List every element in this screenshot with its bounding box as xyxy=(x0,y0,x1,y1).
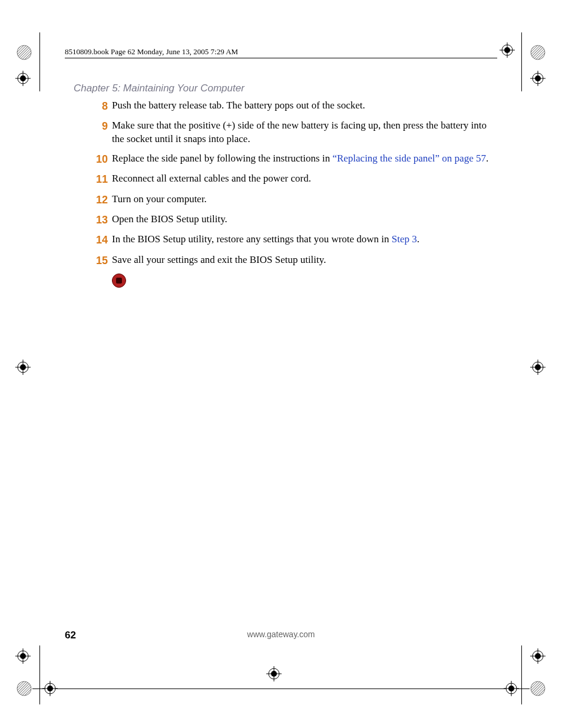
page-number: 62 xyxy=(65,630,76,641)
crosshair-icon xyxy=(15,648,31,664)
step-text: Replace the side panel by following the … xyxy=(112,152,497,166)
register-mark-icon xyxy=(16,45,32,60)
step-14: 14 In the BIOS Setup utility, restore an… xyxy=(91,233,497,247)
step-text-pre: In the BIOS Setup utility, restore any s… xyxy=(112,233,392,245)
step-text: Push the battery release tab. The batter… xyxy=(112,99,497,113)
crop-line xyxy=(39,32,40,91)
crosshair-icon xyxy=(266,666,282,681)
crosshair-icon xyxy=(15,360,31,375)
crosshair-icon xyxy=(530,71,546,86)
svg-point-11 xyxy=(531,45,545,60)
cross-reference-link[interactable]: “Replacing the side panel” on page 57 xyxy=(332,153,486,164)
step-text-pre: Replace the side panel by following the … xyxy=(112,153,332,164)
step-9: 9 Make sure that the positive (+) side o… xyxy=(91,119,497,146)
step-number: 12 xyxy=(91,193,108,207)
page: 8510809.book Page 62 Monday, June 13, 20… xyxy=(0,0,562,728)
svg-point-29 xyxy=(17,681,31,696)
crosshair-icon xyxy=(42,681,58,696)
header-rule xyxy=(65,58,497,58)
crosshair-icon xyxy=(15,71,31,86)
running-head: 8510809.book Page 62 Monday, June 13, 20… xyxy=(65,47,238,57)
step-number: 15 xyxy=(91,253,108,268)
step-11: 11 Reconnect all external cables and the… xyxy=(91,172,497,186)
step-text: Reconnect all external cables and the po… xyxy=(112,172,497,186)
step-text-post: . xyxy=(417,233,419,245)
step-12: 12 Turn on your computer. xyxy=(91,193,497,207)
crosshair-icon xyxy=(530,360,546,375)
step-text: Make sure that the positive (+) side of … xyxy=(112,119,497,146)
end-of-procedure-icon xyxy=(112,274,497,288)
crop-line xyxy=(521,32,522,91)
footer-url: www.gateway.com xyxy=(247,630,315,639)
step-number: 8 xyxy=(91,99,108,113)
cross-reference-link[interactable]: Step 3 xyxy=(392,233,417,245)
register-mark-icon xyxy=(530,45,546,60)
crop-line xyxy=(39,645,40,704)
footer: 62 www.gateway.com xyxy=(65,630,497,641)
step-number: 13 xyxy=(91,213,108,227)
step-number: 11 xyxy=(91,172,108,186)
step-number: 10 xyxy=(91,152,108,166)
step-text: Open the BIOS Setup utility. xyxy=(112,213,497,226)
crop-line xyxy=(521,645,522,704)
step-text: In the BIOS Setup utility, restore any s… xyxy=(112,233,497,246)
step-13: 13 Open the BIOS Setup utility. xyxy=(91,213,497,227)
crop-line xyxy=(32,689,530,689)
register-mark-icon xyxy=(530,681,546,696)
content: 8 Push the battery release tab. The batt… xyxy=(91,99,497,288)
step-8: 8 Push the battery release tab. The batt… xyxy=(91,99,497,113)
crosshair-icon xyxy=(530,648,546,664)
svg-point-1 xyxy=(17,45,31,60)
chapter-title: Chapter 5: Maintaining Your Computer xyxy=(74,83,244,94)
step-10: 10 Replace the side panel by following t… xyxy=(91,152,497,166)
svg-point-47 xyxy=(531,681,545,696)
step-number: 14 xyxy=(91,233,108,247)
step-text: Turn on your computer. xyxy=(112,193,497,206)
crosshair-icon xyxy=(500,42,515,58)
step-text: Save all your settings and exit the BIOS… xyxy=(112,253,497,267)
step-text-post: . xyxy=(486,153,488,164)
step-15: 15 Save all your settings and exit the B… xyxy=(91,253,497,268)
register-mark-icon xyxy=(16,681,32,696)
step-number: 9 xyxy=(91,119,108,133)
crosshair-icon xyxy=(504,681,519,696)
